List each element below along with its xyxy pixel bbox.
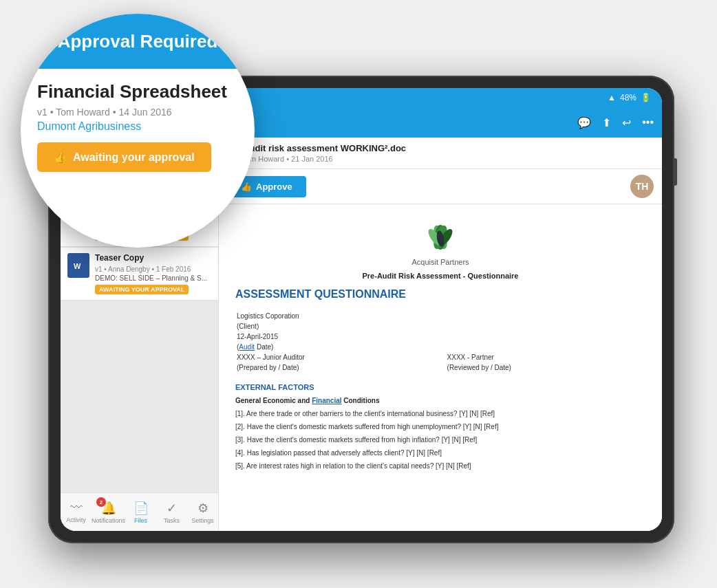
files-icon: 📄: [133, 501, 149, 516]
file-name-teaser: Teaser Copy: [95, 253, 211, 264]
approval-badge-teaser: Awaiting your approval: [95, 285, 189, 294]
question-5: [5]. Are interest rates high in relation…: [235, 461, 645, 471]
reviewed-label: (Reviewed by / Date): [447, 364, 511, 371]
question-1: [1]. Are there trade or other barriers t…: [235, 409, 645, 419]
notification-badge: 2: [96, 497, 106, 507]
doc-title-bar: Pre-audit risk assessment WORKING².doc v…: [219, 138, 662, 169]
client-name: Logistics Coporation: [237, 312, 299, 320]
doc-subtitle: Pre-Audit Risk Assessment - Questionnair…: [235, 272, 645, 280]
approve-button-label: Approve: [256, 182, 292, 192]
doc-header: 💬 ⬆ ↩ •••: [219, 107, 662, 138]
more-icon[interactable]: •••: [642, 116, 654, 129]
share-icon[interactable]: ⬆: [602, 116, 611, 129]
audit-label: (Audit Date): [237, 343, 273, 351]
prepared-by: XXXX – Junior Auditor: [237, 353, 305, 361]
tab-bar: 〰 Activity 🔔 Notifications 2 📄 Files: [61, 492, 218, 531]
scene: 12:57 ▲ 48% 🔋 W: [0, 0, 717, 588]
tab-files[interactable]: 📄 Files: [125, 493, 156, 531]
doc-content: Acquisit Partners Pre-Audit Risk Assessm…: [219, 204, 662, 531]
activity-icon: 〰: [70, 501, 83, 515]
tab-settings[interactable]: ⚙ Settings: [187, 493, 218, 531]
popup-doc-title: Financial Spreadsheet: [37, 81, 238, 102]
popup-approval-icon: 👍: [54, 151, 67, 164]
file-item-teaser[interactable]: W Teaser Copy v1 • Anna Dengby • 1 Feb 2…: [61, 248, 218, 301]
file-info-teaser: Teaser Copy v1 • Anna Dengby • 1 Feb 201…: [95, 253, 211, 294]
audit-date: 12-April-2015: [237, 333, 278, 340]
tasks-icon: ✓: [167, 501, 177, 516]
popup-header-text: Approval Required: [58, 31, 218, 52]
file-project-teaser: DEMO: SELL SIDE – Planning & S...: [95, 274, 211, 282]
company-logo-svg: [420, 218, 461, 252]
tab-tasks-label: Tasks: [164, 517, 180, 524]
tab-tasks[interactable]: ✓ Tasks: [156, 493, 187, 531]
power-button: [673, 158, 677, 186]
prepared-label: (Prepared by / Date): [237, 364, 299, 371]
section1-header: EXTERNAL FACTORS: [235, 383, 645, 391]
doc-meta: v4 • Tom Howard • 21 Jan 2016: [227, 155, 654, 163]
status-icons: ▲ 48% 🔋: [608, 93, 651, 102]
battery-percent: 48%: [620, 93, 636, 102]
approve-bar: 👍 Approve TH: [219, 169, 662, 204]
thumbs-up-icon: 👍: [241, 182, 252, 192]
popup-approval-button[interactable]: 👍 Awaiting your approval: [37, 142, 211, 172]
client-info-table: Logistics Coporation (Client) 12-April-2…: [235, 310, 645, 373]
user-avatar: TH: [630, 175, 654, 198]
tab-files-label: Files: [134, 517, 147, 524]
section1-subheader: General Economic and Financial Condition…: [235, 397, 645, 404]
tab-activity-label: Activity: [66, 516, 86, 523]
signal-icon: ▲: [608, 93, 616, 102]
popup-doc-meta: v1 • Tom Howard • 14 Jun 2016: [37, 107, 238, 118]
client-label: (Client): [237, 323, 259, 330]
battery-icon: 🔋: [641, 93, 651, 102]
question-4: [4]. Has legislation passed that adverse…: [235, 448, 645, 458]
reviewed-by: XXXX - Partner: [447, 353, 494, 361]
tab-activity[interactable]: 〰 Activity: [61, 493, 92, 531]
word-icon-teaser: W: [67, 253, 89, 278]
tab-notifications-label: Notifications: [92, 517, 125, 524]
popup-header: Approval Required: [21, 14, 255, 69]
doc-logo: Acquisit Partners: [235, 218, 645, 266]
tab-settings-label: Settings: [191, 517, 214, 524]
question-2: [2]. Have the client's domestic markets …: [235, 422, 645, 432]
reply-icon[interactable]: ↩: [622, 116, 631, 129]
doc-filename: Pre-audit risk assessment WORKING².doc: [227, 143, 654, 153]
tab-notifications[interactable]: 🔔 Notifications 2: [92, 493, 125, 531]
popup-project: Dumont Agribusiness: [37, 120, 238, 133]
question-3: [3]. Have the client's domestic markets …: [235, 435, 645, 445]
approval-popup: Approval Required Financial Spreadsheet …: [21, 14, 255, 248]
svg-text:W: W: [74, 262, 81, 270]
right-panel: 💬 ⬆ ↩ ••• Pre-audit risk assessment WORK…: [219, 107, 662, 531]
file-meta-teaser: v1 • Anna Dengby • 1 Feb 2016: [95, 265, 211, 273]
popup-body: Financial Spreadsheet v1 • Tom Howard • …: [21, 69, 255, 183]
popup-approval-label: Awaiting your approval: [73, 151, 195, 164]
company-name: Acquisit Partners: [235, 258, 645, 266]
settings-icon: ⚙: [197, 501, 208, 516]
comment-icon[interactable]: 💬: [577, 116, 591, 129]
assessment-title: ASSESSMENT QUESTIONNAIRE: [235, 288, 645, 301]
